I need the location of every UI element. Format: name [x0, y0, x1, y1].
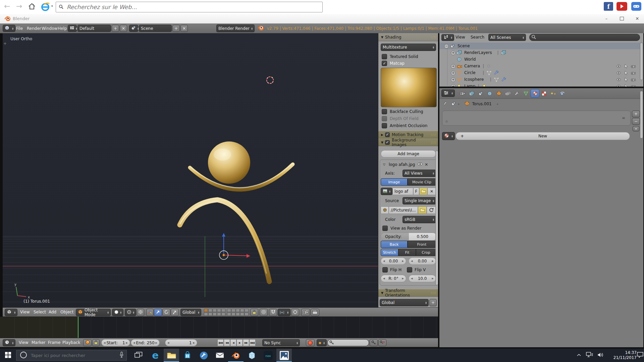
add-image-button[interactable]: Add Image [381, 150, 436, 158]
image-datablock-icon[interactable]: ▲▼ [381, 188, 392, 195]
renderlayers-icon[interactable] [501, 49, 506, 56]
lock-to-scene-icon[interactable] [250, 309, 258, 316]
play-button[interactable]: ▶ [236, 339, 243, 346]
unlink-image-button[interactable]: ✕ [427, 188, 436, 195]
taskbar-explorer-icon[interactable] [164, 349, 179, 362]
pivot-align-toggle[interactable] [137, 309, 144, 316]
youtube-icon[interactable] [616, 2, 627, 11]
vp-menu-view[interactable]: View [20, 308, 30, 316]
layer-toggle[interactable] [245, 312, 249, 316]
editor-type-properties-button[interactable]: ▲▼ [441, 89, 455, 97]
close-button[interactable]: ✕ [631, 14, 644, 23]
insert-keyframe-button[interactable] [370, 339, 378, 346]
flip-h-checkbox[interactable] [382, 267, 388, 273]
viewport-shading-mode-selector[interactable]: Multitexture▲▼ [381, 44, 436, 51]
breadcrumb-object-name[interactable]: Torus.001 [472, 102, 492, 106]
mesh-data-icon[interactable] [494, 76, 499, 83]
outliner-row-scene[interactable]: −Scene [439, 43, 643, 49]
lock-time-icon[interactable] [92, 339, 100, 346]
selectable-toggle-icon[interactable] [625, 76, 628, 83]
expand-icon[interactable]: + [451, 84, 455, 87]
panel-grip-icon[interactable]: :::: [431, 141, 436, 144]
tl-menu-frame[interactable]: Frame [48, 338, 60, 347]
scene-icon[interactable] [451, 101, 456, 107]
layer-toggle[interactable] [236, 312, 240, 316]
source-tab-movie-clip[interactable]: Movie Clip [408, 178, 436, 186]
offset-x-stepper[interactable]: ◀0.00▶ [381, 257, 406, 265]
mesh-data-icon[interactable] [487, 69, 491, 76]
tray-clock[interactable]: 14:37 21/11/2017 [608, 349, 638, 362]
start-button[interactable] [0, 349, 16, 362]
tab-material[interactable] [531, 89, 539, 98]
material-specials-button[interactable]: ▾ [633, 126, 639, 131]
eye-icon[interactable] [418, 162, 423, 167]
taskbar-blender-icon[interactable] [228, 349, 244, 362]
fake-user-button[interactable]: F [413, 188, 419, 195]
snap-element-selector[interactable]: |+|▲▼ [278, 309, 290, 316]
layer-toggle[interactable] [227, 312, 231, 316]
tab-object[interactable] [494, 89, 503, 98]
snap-magnet-icon[interactable] [269, 309, 277, 316]
viewport-shading-selector[interactable]: ▲▼ [112, 309, 123, 316]
tab-render[interactable] [458, 89, 467, 98]
taskbar-settings-icon[interactable] [196, 349, 211, 362]
offset-y-stepper[interactable]: ◀0.00▶ [409, 257, 436, 265]
blender-titlebar[interactable]: Blender [0, 14, 644, 24]
layer-toggle[interactable] [231, 312, 235, 316]
keying-set-icon[interactable]: ◆▲▼ [317, 339, 327, 346]
outliner-display-filter[interactable]: All Scenes▲▼ [488, 34, 526, 41]
opengl-render-anim-button[interactable] [311, 309, 319, 316]
layer-toggle[interactable] [213, 309, 217, 312]
tray-chevron-up-icon[interactable] [574, 349, 584, 362]
view-as-render-checkbox[interactable]: View as Render [378, 225, 438, 232]
ambient-occlusion-checkbox[interactable]: Ambient Occlusion [378, 122, 438, 129]
add-scene-button[interactable]: + [172, 25, 180, 32]
object-icon[interactable] [465, 101, 470, 107]
render-toggle-icon[interactable] [631, 69, 636, 76]
add-orientation-button[interactable]: + [429, 299, 437, 306]
vp-menu-select[interactable]: Select [34, 308, 46, 316]
ie-logo-icon[interactable] [40, 1, 51, 13]
taskbar-nox-icon[interactable]: nox [260, 349, 276, 362]
open-image-button[interactable] [419, 188, 427, 195]
vp-menu-add[interactable]: Add [49, 308, 56, 316]
forward-icon[interactable]: → [16, 3, 22, 10]
pack-image-button[interactable] [381, 206, 389, 214]
remove-image-icon[interactable]: ✕ [425, 162, 428, 167]
layer-toggle[interactable] [236, 309, 240, 312]
tab-texture[interactable] [540, 89, 548, 98]
manipulator-scale-button[interactable] [171, 309, 179, 316]
jump-to-start-button[interactable]: ▮◀◀ [217, 339, 224, 346]
maximize-button[interactable] [615, 14, 629, 23]
layer-toggle[interactable] [217, 312, 221, 316]
textured-solid-checkbox[interactable]: Textured Solid [378, 53, 438, 60]
tl-menu-view[interactable]: View [19, 338, 28, 347]
screen-layout-icon[interactable]: ▲▼ [68, 25, 77, 32]
transform-orientation-selector[interactable]: Global▲▼ [180, 309, 201, 316]
render-engine-selector[interactable]: Blender Render▲▼ [216, 24, 255, 32]
screen-layout-selector[interactable]: Default [77, 25, 111, 32]
editor-type-3dview-button[interactable]: ▲▼ [5, 309, 17, 316]
taskbar-3d-viewer-icon[interactable] [244, 349, 260, 362]
hide-toggle-eye-icon[interactable] [616, 76, 621, 83]
panel-grip-icon[interactable]: :::: [431, 291, 436, 295]
current-frame-field[interactable]: ◀1▶ [165, 339, 197, 346]
render-toggle-icon[interactable] [631, 83, 636, 87]
taskbar-search-input[interactable] [30, 353, 119, 358]
pivot-point-selector[interactable]: ▲▼ [125, 309, 136, 316]
minimize-button[interactable]: – [600, 14, 613, 23]
games-hub-icon[interactable] [631, 2, 641, 11]
matcap-preview[interactable] [381, 68, 437, 107]
tab-physics[interactable] [558, 89, 567, 98]
browser-search-box[interactable] [56, 2, 323, 12]
wrench-icon[interactable] [494, 69, 499, 76]
jump-to-end-button[interactable]: ▶▶▮ [249, 339, 256, 346]
layer-toggle[interactable] [221, 309, 225, 312]
outliner-row-camera[interactable]: +Camera| [439, 63, 643, 69]
panel-scrollbar[interactable] [435, 150, 438, 285]
tl-menu-marker[interactable]: Marker [32, 338, 45, 347]
task-view-button[interactable] [131, 349, 146, 362]
browser-search-input[interactable] [66, 3, 320, 11]
interaction-mode-selector[interactable]: Object Mode▲▼ [76, 309, 111, 316]
rotation-stepper[interactable]: ◀R: 0°▶ [381, 275, 406, 282]
